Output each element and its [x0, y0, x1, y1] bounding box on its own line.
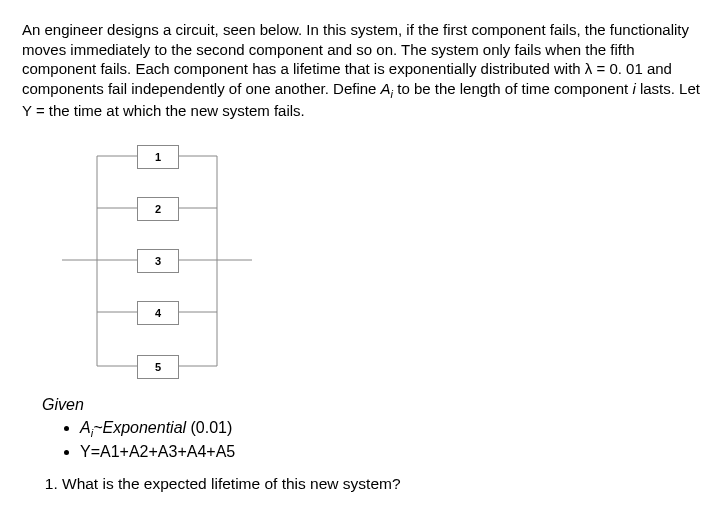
- given-item-1-param: (0.01): [186, 419, 232, 436]
- given-item-1: Ai~Exponential (0.01): [80, 418, 701, 440]
- component-label-1: 1: [155, 150, 161, 164]
- component-box-5: 5: [137, 355, 179, 379]
- component-label-3: 3: [155, 254, 161, 268]
- given-list: Ai~Exponential (0.01) Y=A1+A2+A3+A4+A5: [42, 418, 701, 462]
- component-label-4: 4: [155, 306, 161, 320]
- given-item-2-text: Y=A1+A2+A3+A4+A5: [80, 443, 235, 460]
- given-item-1-dist: ~Exponential: [93, 419, 186, 436]
- given-item-1-var: A: [80, 419, 91, 436]
- component-box-1: 1: [137, 145, 179, 169]
- component-box-2: 2: [137, 197, 179, 221]
- problem-statement: An engineer designs a circuit, seen belo…: [22, 20, 701, 120]
- question-1: What is the expected lifetime of this ne…: [62, 474, 701, 494]
- var-a: A: [381, 80, 391, 97]
- component-box-4: 4: [137, 301, 179, 325]
- question-list: What is the expected lifetime of this ne…: [22, 474, 701, 494]
- component-box-3: 3: [137, 249, 179, 273]
- circuit-diagram: 1 2 3 4 5: [62, 135, 282, 385]
- given-heading: Given: [42, 395, 701, 416]
- given-item-2: Y=A1+A2+A3+A4+A5: [80, 442, 701, 463]
- component-label-5: 5: [155, 360, 161, 374]
- given-section: Given Ai~Exponential (0.01) Y=A1+A2+A3+A…: [42, 395, 701, 462]
- problem-text-mid: to be the length of time component: [393, 80, 632, 97]
- component-label-2: 2: [155, 202, 161, 216]
